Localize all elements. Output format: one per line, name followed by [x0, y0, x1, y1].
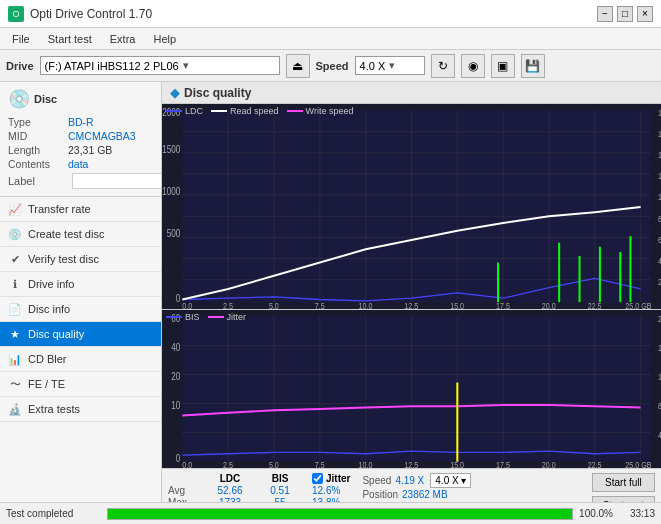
drive-select-arrow-icon: ▾: [183, 59, 189, 72]
svg-text:7.5: 7.5: [315, 301, 325, 309]
jitter-checkbox[interactable]: [312, 473, 323, 484]
position-label: Position: [362, 489, 398, 500]
menu-bar: File Start test Extra Help: [0, 28, 661, 50]
svg-text:12.5: 12.5: [404, 301, 418, 309]
close-button[interactable]: ×: [637, 6, 653, 22]
readspeed-legend-color: [211, 110, 227, 112]
svg-text:22.5: 22.5: [588, 301, 602, 309]
bis-legend-color: [166, 316, 182, 318]
position-value: 23862 MB: [402, 489, 448, 500]
disc-info-icon: 📄: [8, 302, 22, 316]
svg-text:0: 0: [176, 292, 181, 304]
charts-container: LDC Read speed Write speed: [162, 104, 661, 524]
svg-text:2.5: 2.5: [223, 460, 233, 468]
drive-label: Drive: [6, 60, 34, 72]
sidebar-item-fe-te[interactable]: 〜 FE / TE: [0, 372, 161, 397]
speed-select[interactable]: 4.0 X ▾: [355, 56, 425, 75]
progress-percent: 100.0%: [579, 508, 613, 519]
verify-test-disc-icon: ✔: [8, 252, 22, 266]
speed-label-stat: Speed: [362, 475, 391, 486]
sidebar-item-extra-tests[interactable]: 🔬 Extra tests: [0, 397, 161, 422]
sidebar: 💿 Disc Type BD-R MID CMCMAGBA3 Length 23…: [0, 82, 162, 524]
speed-select-stat-arrow: ▾: [461, 475, 466, 486]
length-label: Length: [8, 144, 68, 156]
fe-te-icon: 〜: [8, 377, 22, 391]
svg-text:0.0: 0.0: [182, 460, 192, 468]
avg-label: Avg: [168, 485, 200, 496]
elapsed-time: 33:13: [619, 508, 655, 519]
sidebar-item-disc-info[interactable]: 📄 Disc info: [0, 297, 161, 322]
svg-text:20.0: 20.0: [542, 301, 556, 309]
app-title: Opti Drive Control 1.70: [30, 7, 152, 21]
svg-text:15.0: 15.0: [450, 301, 464, 309]
svg-text:25.0 GB: 25.0 GB: [625, 301, 652, 309]
chart-bottom-legend: BIS Jitter: [166, 312, 246, 322]
app-icon: O: [8, 6, 24, 22]
sidebar-item-create-test-disc[interactable]: 💿 Create test disc: [0, 222, 161, 247]
menu-file[interactable]: File: [4, 31, 38, 47]
bis-legend-label: BIS: [185, 312, 200, 322]
disc-header-icon: 💿: [8, 88, 30, 110]
svg-text:12.5: 12.5: [404, 460, 418, 468]
sidebar-item-label: Drive info: [28, 278, 74, 290]
chart-top-legend: LDC Read speed Write speed: [166, 106, 353, 116]
speed-value-stat: 4.19 X: [395, 475, 424, 486]
svg-text:40: 40: [171, 341, 180, 353]
avg-jitter: 12.6%: [312, 485, 350, 496]
title-bar: O Opti Drive Control 1.70 − □ ×: [0, 0, 661, 28]
length-value: 23,31 GB: [68, 144, 112, 156]
start-full-button[interactable]: Start full: [592, 473, 655, 492]
eject-button[interactable]: ⏏: [286, 54, 310, 78]
refresh-button[interactable]: ↻: [431, 54, 455, 78]
sidebar-item-verify-test-disc[interactable]: ✔ Verify test disc: [0, 247, 161, 272]
contents-value: data: [68, 158, 88, 170]
sidebar-item-transfer-rate[interactable]: 📈 Transfer rate: [0, 197, 161, 222]
scan-button[interactable]: ◉: [461, 54, 485, 78]
svg-rect-50: [182, 316, 650, 461]
maximize-button[interactable]: □: [617, 6, 633, 22]
svg-text:17.5: 17.5: [496, 301, 510, 309]
sidebar-item-label: Disc info: [28, 303, 70, 315]
sidebar-item-label: Verify test disc: [28, 253, 99, 265]
sidebar-item-cd-bler[interactable]: 📊 CD Bler: [0, 347, 161, 372]
mid-value: CMCMAGBA3: [68, 130, 136, 142]
menu-extra[interactable]: Extra: [102, 31, 144, 47]
sidebar-item-label: Create test disc: [28, 228, 104, 240]
menu-help[interactable]: Help: [145, 31, 184, 47]
speed-select-arrow-icon: ▾: [389, 59, 395, 72]
create-test-disc-icon: 💿: [8, 227, 22, 241]
svg-text:500: 500: [167, 227, 181, 239]
svg-text:2.5: 2.5: [223, 301, 233, 309]
ldc-legend-label: LDC: [185, 106, 203, 116]
speed-select-stat[interactable]: 4.0 X ▾: [430, 473, 471, 488]
save-button[interactable]: 💾: [521, 54, 545, 78]
status-text: Test completed: [6, 508, 101, 519]
disc-quality-header: ◆ Disc quality: [162, 82, 661, 104]
sidebar-item-drive-info[interactable]: ℹ Drive info: [0, 272, 161, 297]
svg-text:15.0: 15.0: [450, 460, 464, 468]
type-value: BD-R: [68, 116, 94, 128]
content-panel: ◆ Disc quality LDC Read speed: [162, 82, 661, 524]
blank-button[interactable]: ▣: [491, 54, 515, 78]
extra-tests-icon: 🔬: [8, 402, 22, 416]
writespeed-legend-label: Write speed: [306, 106, 354, 116]
svg-text:10.0: 10.0: [359, 301, 373, 309]
menu-start-test[interactable]: Start test: [40, 31, 100, 47]
disc-quality-header-icon: ◆: [170, 85, 180, 100]
disc-section: 💿 Disc Type BD-R MID CMCMAGBA3 Length 23…: [0, 82, 161, 197]
ldc-legend-color: [166, 110, 182, 112]
svg-text:0.0: 0.0: [182, 301, 192, 309]
jitter-legend-color: [208, 316, 224, 318]
progress-bar-container: [107, 508, 573, 520]
sidebar-item-disc-quality[interactable]: ★ Disc quality: [0, 322, 161, 347]
bis-header: BIS: [260, 473, 300, 484]
sidebar-item-label: FE / TE: [28, 378, 65, 390]
drive-select[interactable]: (F:) ATAPI iHBS112 2 PL06 ▾: [40, 56, 280, 75]
disc-quality-icon: ★: [8, 327, 22, 341]
minimize-button[interactable]: −: [597, 6, 613, 22]
progress-bar-fill: [108, 509, 572, 519]
cd-bler-icon: 📊: [8, 352, 22, 366]
jitter-header: Jitter: [326, 473, 350, 484]
label-input[interactable]: [72, 173, 162, 189]
drive-info-icon: ℹ: [8, 277, 22, 291]
